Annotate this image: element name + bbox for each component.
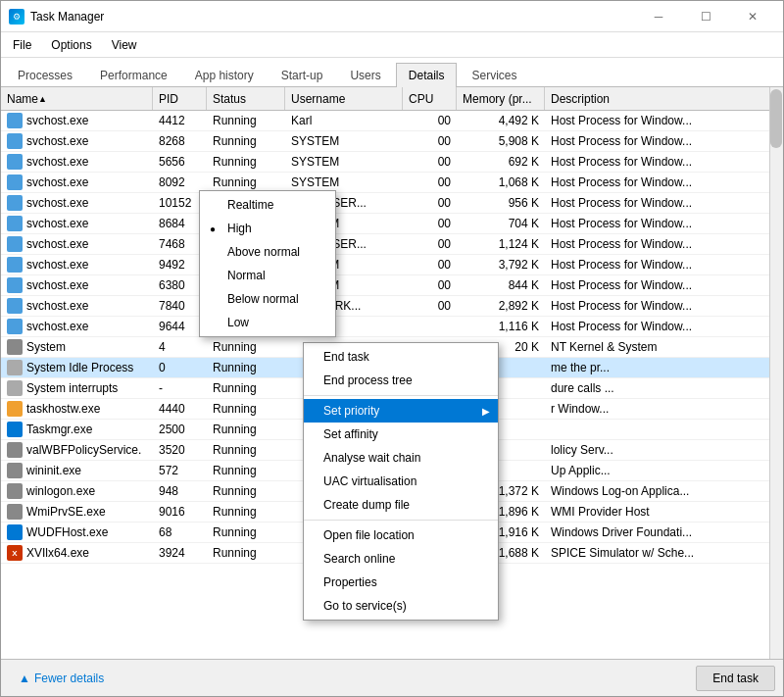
cell-pid: 3924 <box>153 543 207 563</box>
table-row[interactable]: svchost.exe 10152 Running LOCAL SER... 0… <box>1 193 783 214</box>
cell-description: lolicy Serv... <box>545 440 783 460</box>
ctx-uac-virtualisation[interactable]: UAC virtualisation <box>304 470 498 493</box>
ctx-search-online[interactable]: Search online <box>304 547 498 571</box>
table-row[interactable]: svchost.exe 5656 Running SYSTEM 00 692 K… <box>1 152 783 173</box>
minimize-button[interactable]: ─ <box>636 7 681 26</box>
priority-normal[interactable]: Normal <box>200 264 335 287</box>
tab-services[interactable]: Services <box>459 63 529 87</box>
row-icon <box>7 319 23 334</box>
table-row[interactable]: svchost.exe 4412 Running Karl 00 4,492 K… <box>1 111 783 131</box>
cell-status: Running <box>207 358 285 377</box>
col-cpu[interactable]: CPU <box>403 87 457 110</box>
cell-description: Host Process for Window... <box>545 255 783 274</box>
cell-cpu: 00 <box>403 111 457 130</box>
cell-pid: 2500 <box>153 420 207 439</box>
table-row[interactable]: svchost.exe 9644 Running 1,116 K Host Pr… <box>1 317 783 337</box>
table-row[interactable]: svchost.exe 8268 Running SYSTEM 00 5,908… <box>1 131 783 152</box>
row-icon <box>7 463 23 478</box>
row-icon <box>7 483 23 499</box>
table-row[interactable]: svchost.exe 6380 Running SYSTEM 00 844 K… <box>1 275 783 296</box>
scrollbar[interactable] <box>769 87 783 659</box>
menu-options[interactable]: Options <box>43 36 99 54</box>
cell-description: dure calls ... <box>545 378 783 398</box>
cell-description: Host Process for Window... <box>545 173 783 192</box>
cell-status: Running <box>207 481 285 501</box>
window-title: Task Manager <box>30 10 104 24</box>
menu-view[interactable]: View <box>104 36 145 54</box>
cell-pid: 8092 <box>153 173 207 192</box>
cell-memory: 1,068 K <box>457 173 545 192</box>
col-status[interactable]: Status <box>207 87 285 110</box>
ctx-end-process-tree[interactable]: End process tree <box>304 369 498 392</box>
ctx-set-priority[interactable]: Set priority ▶ <box>304 399 498 423</box>
col-name[interactable]: Name <box>1 87 153 110</box>
row-icon <box>7 216 23 231</box>
col-memory[interactable]: Memory (pr... <box>457 87 545 110</box>
cell-cpu: 00 <box>403 275 457 295</box>
table-row[interactable]: svchost.exe 8092 Running SYSTEM 00 1,068… <box>1 173 783 193</box>
row-icon <box>7 504 23 520</box>
col-pid[interactable]: PID <box>153 87 207 110</box>
menu-file[interactable]: File <box>5 36 39 54</box>
cell-name: WUDFHost.exe <box>1 523 153 542</box>
cell-description: Host Process for Window... <box>545 296 783 316</box>
close-button[interactable]: ✕ <box>730 7 775 26</box>
col-username[interactable]: Username <box>285 87 403 110</box>
ctx-open-file-location[interactable]: Open file location <box>304 523 498 547</box>
cell-memory: 704 K <box>457 214 545 233</box>
ctx-go-to-services[interactable]: Go to service(s) <box>304 594 498 618</box>
table-row[interactable]: svchost.exe 7468 Running LOCAL SER... 00… <box>1 234 783 255</box>
ctx-sep-2 <box>304 520 498 521</box>
cell-username: SYSTEM <box>285 131 403 151</box>
tab-details[interactable]: Details <box>396 63 458 87</box>
row-icon <box>7 380 23 396</box>
cell-pid: 5656 <box>153 152 207 172</box>
cell-status: Running <box>207 420 285 439</box>
cell-memory: 956 K <box>457 193 545 213</box>
cell-description: WMI Provider Host <box>545 502 783 522</box>
end-task-button[interactable]: End task <box>696 666 775 691</box>
ctx-end-task[interactable]: End task <box>304 345 498 369</box>
priority-below-normal[interactable]: Below normal <box>200 287 335 311</box>
ctx-create-dump-file[interactable]: Create dump file <box>304 493 498 517</box>
row-icon <box>7 422 23 437</box>
cell-name: svchost.exe <box>1 173 153 192</box>
cell-name: System interrupts <box>1 378 153 398</box>
fewer-details-button[interactable]: ▲ Fewer details <box>9 668 114 689</box>
cell-name: System <box>1 337 153 357</box>
cell-cpu <box>403 317 457 336</box>
row-icon <box>7 195 23 211</box>
priority-realtime[interactable]: Realtime <box>200 193 335 217</box>
cell-status: Running <box>207 399 285 419</box>
tab-startup[interactable]: Start-up <box>269 63 336 87</box>
tab-users[interactable]: Users <box>337 63 393 87</box>
priority-above-normal[interactable]: Above normal <box>200 240 335 264</box>
row-icon <box>7 298 23 314</box>
tab-app-history[interactable]: App history <box>182 63 267 87</box>
cell-name: svchost.exe <box>1 275 153 295</box>
table-row[interactable]: svchost.exe 9492 Running SYSTEM 00 3,792… <box>1 255 783 275</box>
tabs-bar: Processes Performance App history Start-… <box>1 58 783 87</box>
row-icon <box>7 277 23 293</box>
tab-processes[interactable]: Processes <box>5 63 85 87</box>
cell-cpu: 00 <box>403 214 457 233</box>
cell-name: X XVIlx64.exe <box>1 543 153 563</box>
scroll-thumb[interactable] <box>770 89 782 148</box>
cell-name: valWBFPolicyService. <box>1 440 153 460</box>
ctx-properties[interactable]: Properties <box>304 571 498 594</box>
tab-performance[interactable]: Performance <box>87 63 180 87</box>
row-icon <box>7 257 23 273</box>
row-icon <box>7 174 23 190</box>
table-row[interactable]: svchost.exe 8684 Running SYSTEM 00 704 K… <box>1 214 783 234</box>
ctx-analyse-wait-chain[interactable]: Analyse wait chain <box>304 446 498 470</box>
cell-name: svchost.exe <box>1 152 153 172</box>
maximize-button[interactable]: ☐ <box>683 7 728 26</box>
col-description[interactable]: Description <box>545 87 783 110</box>
ctx-set-affinity[interactable]: Set affinity <box>304 423 498 446</box>
bottom-bar: ▲ Fewer details End task <box>1 659 783 696</box>
priority-low[interactable]: Low <box>200 311 335 334</box>
cell-status: Running <box>207 461 285 480</box>
table-row[interactable]: svchost.exe 7840 Running NETWORK... 00 2… <box>1 296 783 317</box>
cell-cpu: 00 <box>403 234 457 254</box>
priority-high[interactable]: High <box>200 217 335 240</box>
